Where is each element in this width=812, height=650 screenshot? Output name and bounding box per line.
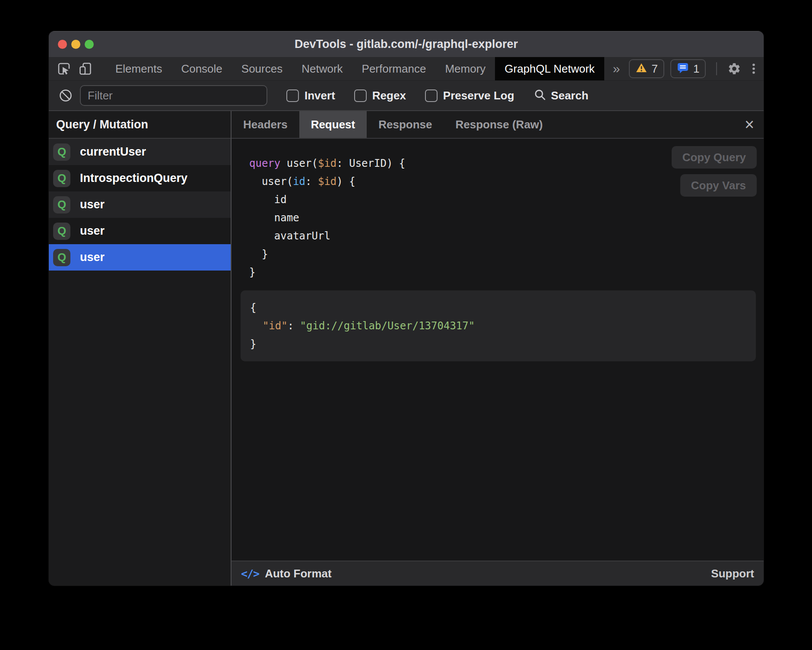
filter-input[interactable] bbox=[80, 85, 267, 106]
request-tab-body: Copy Query Copy Vars query user($id: Use… bbox=[232, 139, 764, 561]
filter-option-regex[interactable]: Regex bbox=[354, 89, 406, 102]
copy-vars-button[interactable]: Copy Vars bbox=[680, 174, 757, 197]
code-token: name bbox=[249, 212, 299, 224]
devtools-tab-memory[interactable]: Memory bbox=[435, 57, 495, 80]
device-toolbar-icon[interactable] bbox=[78, 61, 93, 76]
warnings-badge[interactable]: 7 bbox=[629, 59, 664, 78]
devtools-window: DevTools - gitlab.com/-/graphql-explorer bbox=[49, 31, 764, 586]
request-list: QcurrentUserQIntrospectionQueryQuserQuse… bbox=[49, 139, 231, 271]
warning-icon bbox=[635, 62, 647, 75]
panel-footer: </> Auto Format Support bbox=[232, 561, 764, 586]
detail-tab-strip: HeadersRequestResponseResponse (Raw) × bbox=[232, 111, 764, 139]
detail-tab-response[interactable]: Response bbox=[367, 111, 444, 138]
request-list-item-user-4[interactable]: Quser bbox=[49, 244, 231, 271]
query-type-badge: Q bbox=[53, 143, 70, 161]
sidebar-header: Query / Mutation bbox=[49, 111, 231, 139]
preserve-log-checkbox[interactable] bbox=[425, 89, 438, 102]
code-token: } bbox=[250, 338, 256, 350]
issues-count: 1 bbox=[693, 62, 699, 76]
request-list-item-introspectionquery-1[interactable]: QIntrospectionQuery bbox=[49, 165, 231, 191]
code-line: name bbox=[249, 209, 764, 227]
code-token: ) { bbox=[336, 175, 355, 188]
devtools-tab-elements[interactable]: Elements bbox=[106, 57, 171, 80]
devtools-tab-network[interactable]: Network bbox=[292, 57, 352, 80]
auto-format-control[interactable]: </> Auto Format bbox=[241, 567, 332, 580]
code-line: } bbox=[249, 263, 764, 281]
code-token: user( bbox=[280, 157, 318, 169]
more-tabs-chevron-icon[interactable]: » bbox=[604, 57, 629, 80]
window-title: DevTools - gitlab.com/-/graphql-explorer bbox=[49, 38, 764, 51]
copy-query-button[interactable]: Copy Query bbox=[672, 146, 757, 169]
devtools-tab-console[interactable]: Console bbox=[171, 57, 232, 80]
query-type-badge: Q bbox=[53, 170, 70, 187]
invert-checkbox[interactable] bbox=[286, 89, 299, 102]
warning-count: 7 bbox=[652, 62, 658, 76]
code-line: } bbox=[250, 335, 747, 353]
regex-label: Regex bbox=[372, 89, 406, 102]
request-name-label: user bbox=[80, 224, 105, 238]
request-list-item-currentuser-0[interactable]: QcurrentUser bbox=[49, 139, 231, 165]
filter-option-preserve-log[interactable]: Preserve Log bbox=[425, 89, 514, 102]
minimize-window-button[interactable] bbox=[71, 40, 80, 49]
request-list-item-user-3[interactable]: Quser bbox=[49, 218, 231, 244]
query-type-badge: Q bbox=[53, 223, 70, 240]
code-token: } bbox=[249, 266, 255, 278]
devtools-toolbar: ElementsConsoleSourcesNetworkPerformance… bbox=[49, 57, 764, 81]
toolbar-right-group: 7 1 bbox=[629, 57, 764, 80]
code-token: : bbox=[288, 320, 300, 332]
search-control[interactable]: Search bbox=[533, 88, 589, 103]
detail-tab-request[interactable]: Request bbox=[299, 111, 367, 138]
detail-tab-headers[interactable]: Headers bbox=[232, 111, 299, 138]
code-token: : bbox=[305, 175, 318, 188]
regex-checkbox[interactable] bbox=[354, 89, 367, 102]
inspect-element-icon[interactable] bbox=[57, 61, 71, 76]
graphql-variables-box[interactable]: { "id": "gid://gitlab/User/13704317"} bbox=[241, 290, 756, 361]
close-window-button[interactable] bbox=[58, 40, 67, 49]
search-icon bbox=[533, 88, 546, 103]
message-bubble-icon bbox=[677, 62, 689, 76]
code-token: user( bbox=[249, 175, 293, 188]
auto-format-label: Auto Format bbox=[265, 567, 332, 580]
code-token: $id bbox=[318, 157, 336, 169]
main-content: Query / Mutation QcurrentUserQIntrospect… bbox=[49, 111, 764, 586]
code-token: : UserID) { bbox=[336, 157, 405, 169]
detail-tab-response-raw[interactable]: Response (Raw) bbox=[444, 111, 554, 138]
traffic-lights bbox=[49, 40, 94, 49]
devtools-tab-graphql-network[interactable]: GraphQL Network bbox=[495, 57, 604, 80]
issues-badge[interactable]: 1 bbox=[670, 59, 706, 78]
code-token: avatarUrl bbox=[249, 230, 330, 242]
code-token: id bbox=[293, 175, 305, 188]
close-panel-icon[interactable]: × bbox=[735, 111, 764, 138]
settings-gear-icon[interactable] bbox=[727, 62, 741, 76]
devtools-tab-performance[interactable]: Performance bbox=[352, 57, 436, 80]
code-brackets-icon: </> bbox=[241, 567, 259, 580]
clear-block-icon[interactable] bbox=[58, 88, 73, 103]
search-label: Search bbox=[551, 89, 589, 102]
support-link[interactable]: Support bbox=[711, 567, 754, 580]
zoom-window-button[interactable] bbox=[85, 40, 94, 49]
filter-option-invert[interactable]: Invert bbox=[286, 89, 335, 102]
filter-bar: InvertRegexPreserve Log Search bbox=[49, 81, 764, 111]
code-line: "id": "gid://gitlab/User/13704317" bbox=[250, 317, 747, 335]
request-name-label: user bbox=[80, 251, 105, 264]
code-line: } bbox=[249, 245, 764, 263]
code-token bbox=[250, 320, 263, 332]
query-type-badge: Q bbox=[53, 196, 70, 213]
request-list-item-user-2[interactable]: Quser bbox=[49, 191, 231, 218]
copy-buttons: Copy Query Copy Vars bbox=[672, 146, 757, 197]
preserve-log-label: Preserve Log bbox=[443, 89, 514, 102]
desktop-background: DevTools - gitlab.com/-/graphql-explorer bbox=[0, 0, 812, 650]
code-token: "id" bbox=[263, 320, 288, 332]
request-list-sidebar: Query / Mutation QcurrentUserQIntrospect… bbox=[49, 111, 232, 586]
code-line: avatarUrl bbox=[249, 227, 764, 245]
code-token: query bbox=[249, 157, 280, 169]
toolbar-left-icons bbox=[49, 57, 97, 80]
titlebar: DevTools - gitlab.com/-/graphql-explorer bbox=[49, 31, 764, 57]
code-token: "gid://gitlab/User/13704317" bbox=[300, 320, 475, 332]
kebab-menu-icon[interactable] bbox=[747, 62, 760, 76]
code-line: { bbox=[250, 299, 747, 317]
devtools-tab-sources[interactable]: Sources bbox=[232, 57, 292, 80]
code-token: } bbox=[249, 248, 268, 260]
filter-checkbox-group: InvertRegexPreserve Log bbox=[267, 89, 514, 102]
invert-label: Invert bbox=[304, 89, 335, 102]
